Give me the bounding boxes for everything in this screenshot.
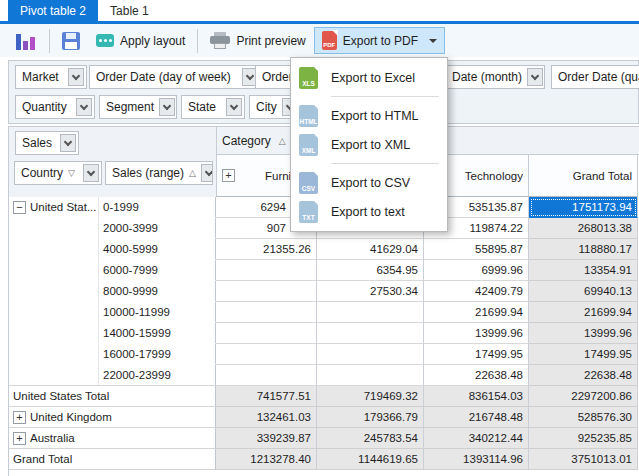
row-header-range[interactable]: 6000-7999	[99, 260, 216, 281]
column-header-grand-total[interactable]: Grand Total	[529, 155, 638, 197]
menu-item-export-to-text[interactable]: TXTExport to text	[291, 197, 447, 226]
field-dropdown-button[interactable]	[527, 68, 543, 86]
row-header-country[interactable]	[9, 260, 99, 281]
field-dropdown-button[interactable]	[159, 98, 175, 116]
row-header-range[interactable]: 0-1999	[99, 197, 216, 218]
field-dropdown-button[interactable]	[83, 164, 99, 182]
value-cell[interactable]: 3751013.01	[529, 449, 638, 470]
expand-icon[interactable]: +	[13, 432, 26, 445]
value-cell[interactable]: 42409.79	[424, 281, 529, 302]
value-cell[interactable]: 69940.13	[529, 281, 638, 302]
row-header-grand-total[interactable]: Grand Total	[9, 449, 216, 470]
tab-pivot-table-2[interactable]: Pivot table 2	[8, 0, 98, 21]
row-header-united-states-total[interactable]: United States Total	[9, 386, 216, 407]
field-dropdown-button[interactable]	[68, 68, 84, 86]
value-cell[interactable]	[317, 344, 424, 365]
value-cell[interactable]	[216, 302, 317, 323]
field-dropdown-button[interactable]	[60, 134, 76, 152]
row-header-country[interactable]	[9, 323, 99, 344]
field-chip-state[interactable]: State	[181, 95, 245, 119]
row-header-united-kingdom[interactable]: +United Kingdom	[9, 407, 216, 428]
value-cell[interactable]: 6354.95	[317, 260, 424, 281]
value-cell[interactable]: 1144619.65	[317, 449, 424, 470]
value-cell[interactable]: 528576.30	[529, 407, 638, 428]
value-cell[interactable]: 17499.95	[424, 344, 529, 365]
value-cell[interactable]: 1393114.96	[424, 449, 529, 470]
value-cell[interactable]: 17499.95	[529, 344, 638, 365]
expand-icon[interactable]: +	[222, 169, 235, 182]
row-header-country[interactable]	[9, 344, 99, 365]
value-cell[interactable]: 55895.87	[424, 239, 529, 260]
value-cell[interactable]: 21699.94	[529, 302, 638, 323]
value-cell[interactable]: 13354.91	[529, 260, 638, 281]
value-cell[interactable]: 27530.34	[317, 281, 424, 302]
field-dropdown-button[interactable]	[226, 98, 242, 116]
row-header-country[interactable]	[9, 281, 99, 302]
collapse-icon[interactable]: −	[13, 201, 26, 214]
field-chip-order-date-qua[interactable]: Order Date (qua	[551, 65, 639, 89]
menu-item-export-to-excel[interactable]: XLSExport to Excel	[291, 63, 447, 92]
value-cell[interactable]	[317, 302, 424, 323]
value-cell[interactable]: 118880.17	[529, 239, 638, 260]
value-cell[interactable]	[216, 365, 317, 386]
row-header-range[interactable]: 14000-15999	[99, 323, 216, 344]
value-cell[interactable]: 41629.04	[317, 239, 424, 260]
value-cell[interactable]: 245783.54	[317, 428, 424, 449]
tab-table-1[interactable]: Table 1	[98, 0, 161, 21]
menu-item-export-to-xml[interactable]: XMLExport to XML	[291, 130, 447, 159]
expand-icon[interactable]: +	[13, 411, 26, 424]
value-cell[interactable]: 22638.48	[529, 365, 638, 386]
row-header-country[interactable]: −United Stat...	[9, 197, 99, 218]
field-dropdown-button[interactable]	[201, 164, 213, 182]
field-chip-market[interactable]: Market	[15, 65, 87, 89]
selected-cell[interactable]: 1751173.94	[529, 197, 638, 218]
apply-layout-button[interactable]: Apply layout	[88, 27, 193, 54]
value-cell[interactable]	[216, 281, 317, 302]
value-cell[interactable]: 22638.48	[424, 365, 529, 386]
row-header-country[interactable]	[9, 218, 99, 239]
value-cell[interactable]: 216748.48	[424, 407, 529, 428]
field-chip-country[interactable]: Country▽	[14, 161, 102, 185]
value-cell[interactable]: 13999.96	[424, 323, 529, 344]
field-chip-order-date-day-of-week[interactable]: Order Date (day of week)	[89, 65, 261, 89]
dropdown-arrow-icon[interactable]	[429, 39, 437, 43]
field-chip-sales[interactable]: Sales	[15, 131, 79, 155]
row-header-australia[interactable]: +Australia	[9, 428, 216, 449]
field-chip-segment[interactable]: Segment	[99, 95, 177, 119]
value-cell[interactable]: 1213278.40	[216, 449, 317, 470]
value-cell[interactable]: 21699.94	[424, 302, 529, 323]
value-cell[interactable]	[216, 323, 317, 344]
row-header-range[interactable]: 2000-3999	[99, 218, 216, 239]
value-cell[interactable]	[317, 365, 424, 386]
value-cell[interactable]: 925235.85	[529, 428, 638, 449]
value-cell[interactable]: 340212.44	[424, 428, 529, 449]
value-cell[interactable]: 741577.51	[216, 386, 317, 407]
field-chip-quantity[interactable]: Quantity	[15, 95, 95, 119]
save-button[interactable]	[54, 27, 88, 54]
export-pdf-button[interactable]: PDF Export to PDF	[314, 27, 445, 54]
value-cell[interactable]: 2297200.86	[529, 386, 638, 407]
field-chip-date-month[interactable]: Date (month)	[445, 65, 545, 89]
row-header-range[interactable]: 4000-5999	[99, 239, 216, 260]
value-cell[interactable]: 268013.38	[529, 218, 638, 239]
value-cell[interactable]: 132461.03	[216, 407, 317, 428]
value-cell[interactable]: 13999.96	[529, 323, 638, 344]
row-header-range[interactable]: 16000-17999	[99, 344, 216, 365]
row-header-country[interactable]	[9, 302, 99, 323]
row-header-country[interactable]	[9, 365, 99, 386]
print-preview-button[interactable]: Print preview	[202, 27, 313, 54]
field-chip-sales-range[interactable]: Sales (range)△	[105, 161, 213, 185]
value-cell[interactable]	[216, 260, 317, 281]
value-cell[interactable]: 179366.79	[317, 407, 424, 428]
row-header-range[interactable]: 8000-9999	[99, 281, 216, 302]
value-cell[interactable]: 6999.96	[424, 260, 529, 281]
row-header-range[interactable]: 22000-23999	[99, 365, 216, 386]
menu-item-export-to-csv[interactable]: CSVExport to CSV	[291, 168, 447, 197]
value-cell[interactable]: 339239.87	[216, 428, 317, 449]
row-header-range[interactable]: 10000-11999	[99, 302, 216, 323]
value-cell[interactable]	[317, 323, 424, 344]
value-cell[interactable]: 836154.03	[424, 386, 529, 407]
value-cell[interactable]: 719469.32	[317, 386, 424, 407]
value-cell[interactable]: 21355.26	[216, 239, 317, 260]
menu-item-export-to-html[interactable]: HTMLExport to HTML	[291, 101, 447, 130]
